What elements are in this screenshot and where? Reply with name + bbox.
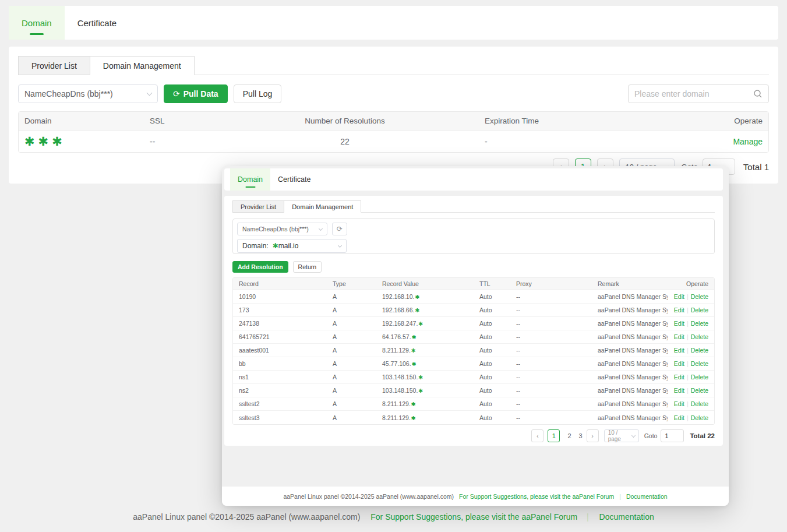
pull-log-button[interactable]: Pull Log [234, 84, 282, 103]
delete-link[interactable]: Delete [691, 387, 708, 394]
documentation-link[interactable]: Documentation [626, 493, 668, 500]
modal-tab-domain[interactable]: Domain [230, 168, 270, 191]
edit-link[interactable]: Edit [674, 374, 684, 380]
modal-goto-page-input[interactable] [661, 429, 684, 442]
modal-filter-box: NameCheapDns (bbj***) ⟳ Domain: ✱ mail.i… [232, 219, 715, 254]
modal-pagination: ‹ 123 › 10 / page Goto Total 22 [232, 429, 715, 442]
edit-link[interactable]: Edit [674, 360, 684, 367]
copyright-text: aaPanel Linux panel ©2014-2025 aaPanel (… [133, 512, 360, 522]
record-proxy-cell: -- [510, 400, 592, 407]
record-ttl-cell: Auto [474, 400, 510, 407]
tab-certificate[interactable]: Certificate [65, 6, 130, 40]
record-value-cell: 192.168.66.✱ [376, 306, 474, 313]
edit-link[interactable]: Edit [674, 347, 684, 354]
header-ssl: SSL [144, 117, 260, 125]
record-value-cell: 192.168.10.✱ [376, 293, 474, 300]
modal-page-button-3[interactable]: 3 [579, 432, 583, 439]
edit-link[interactable]: Edit [674, 293, 684, 300]
operate-divider: | [687, 374, 689, 380]
modal-provider-select[interactable]: NameCheapDns (bbj***) [237, 223, 327, 235]
record-ttl-cell: Auto [474, 414, 510, 421]
tab-domain[interactable]: Domain [9, 6, 65, 40]
record-value-cell: 103.148.150.✱ [376, 387, 474, 394]
edit-link[interactable]: Edit [674, 387, 684, 394]
operate-divider: | [687, 414, 689, 421]
record-ttl-cell: Auto [474, 374, 510, 380]
pull-data-button[interactable]: ⟳ Pull Data [164, 84, 228, 103]
record-value-cell: 103.148.150.✱ [376, 374, 474, 380]
modal-next-page-button[interactable]: › [587, 429, 599, 442]
modal-resolution-panel: Provider List Domain Management NameChea… [224, 196, 723, 446]
edit-link[interactable]: Edit [674, 414, 684, 421]
masked-asterisk: ✱ [412, 334, 417, 340]
masked-asterisk: ✱ [412, 361, 417, 367]
record-row: ssltest2A8.211.129.✱Auto--aaPanel DNS Ma… [233, 397, 714, 411]
forum-link[interactable]: For Support Suggestions, please visit th… [459, 493, 614, 500]
delete-link[interactable]: Delete [691, 360, 708, 367]
domains-table-header: Domain SSL Number of Resolutions Expirat… [19, 112, 768, 131]
modal-page-button-1[interactable]: 1 [548, 429, 560, 442]
provider-select[interactable]: NameCheapDns (bbj***) [18, 84, 158, 103]
record-type-cell: A [327, 333, 376, 340]
record-value-cell: 45.77.106.✱ [376, 360, 474, 367]
record-ttl-cell: Auto [474, 306, 510, 313]
record-row: ns1A103.148.150.✱Auto--aaPanel DNS Manag… [233, 371, 714, 384]
modal-tab-certificate[interactable]: Certificate [270, 168, 318, 191]
manage-link[interactable]: Manage [733, 137, 763, 146]
record-operate-cell: Edit|Delete [668, 306, 714, 313]
record-remark-cell: aaPanel DNS Manager Sync [592, 414, 668, 421]
modal-goto-label: Goto [644, 432, 658, 439]
provider-select-value: NameCheapDns (bbj***) [24, 89, 113, 98]
tab-provider-list[interactable]: Provider List [18, 56, 90, 75]
record-value-cell: 8.211.129.✱ [376, 400, 474, 407]
forum-link[interactable]: For Support Suggestions, please visit th… [370, 512, 577, 522]
edit-link[interactable]: Edit [674, 333, 684, 340]
record-remark-cell: aaPanel DNS Manager Sync [592, 320, 668, 327]
page-footer: aaPanel Linux panel ©2014-2025 aaPanel (… [0, 512, 787, 522]
tab-domain-management[interactable]: Domain Management [90, 56, 195, 75]
modal-refresh-button[interactable]: ⟳ [332, 223, 347, 235]
masked-asterisk: ✱ [418, 374, 423, 380]
delete-link[interactable]: Delete [691, 400, 708, 407]
record-operate-cell: Edit|Delete [668, 360, 714, 367]
total-count: Total 1 [743, 162, 769, 172]
domain-detail-modal: Domain Certificate Provider List Domain … [222, 166, 729, 506]
pull-data-label: Pull Data [183, 89, 218, 98]
modal-domain-select[interactable]: Domain: ✱ mail.io [237, 239, 347, 253]
modal-tab-domain-management[interactable]: Domain Management [284, 200, 361, 213]
modal-prev-page-button[interactable]: ‹ [531, 429, 544, 442]
record-proxy-cell: -- [510, 414, 592, 421]
refresh-icon: ⟳ [173, 89, 180, 98]
delete-link[interactable]: Delete [691, 333, 708, 340]
delete-link[interactable]: Delete [691, 374, 708, 380]
record-value-cell: 64.176.57.✱ [376, 333, 474, 340]
modal-page-size-select[interactable]: 10 / page [604, 429, 639, 442]
delete-link[interactable]: Delete [691, 414, 708, 421]
modal-page-button-2[interactable]: 2 [567, 432, 571, 439]
record-value-text: 64.176.57. [382, 333, 411, 340]
record-name-cell: 247138 [233, 320, 327, 327]
delete-link[interactable]: Delete [691, 293, 708, 300]
edit-link[interactable]: Edit [674, 320, 684, 327]
delete-link[interactable]: Delete [691, 320, 708, 327]
edit-link[interactable]: Edit [674, 400, 684, 407]
footer-divider: | [619, 493, 621, 500]
add-resolution-button[interactable]: Add Resolution [232, 261, 288, 273]
header-ttl: TTL [474, 280, 510, 287]
operate-divider: | [687, 387, 689, 394]
delete-link[interactable]: Delete [691, 347, 708, 354]
delete-link[interactable]: Delete [691, 306, 708, 313]
record-value-cell: 192.168.247.✱ [376, 320, 474, 327]
modal-tab-provider-list[interactable]: Provider List [232, 200, 284, 213]
documentation-link[interactable]: Documentation [599, 512, 654, 522]
search-icon[interactable] [753, 89, 763, 98]
record-ttl-cell: Auto [474, 387, 510, 394]
chevron-down-icon [338, 243, 342, 247]
record-operate-cell: Edit|Delete [668, 293, 714, 300]
record-ttl-cell: Auto [474, 347, 510, 354]
domain-masked-name: ✱✱✱ [19, 135, 144, 147]
record-ttl-cell: Auto [474, 333, 510, 340]
search-input[interactable] [634, 89, 753, 98]
return-button[interactable]: Return [293, 261, 322, 273]
edit-link[interactable]: Edit [674, 306, 684, 313]
